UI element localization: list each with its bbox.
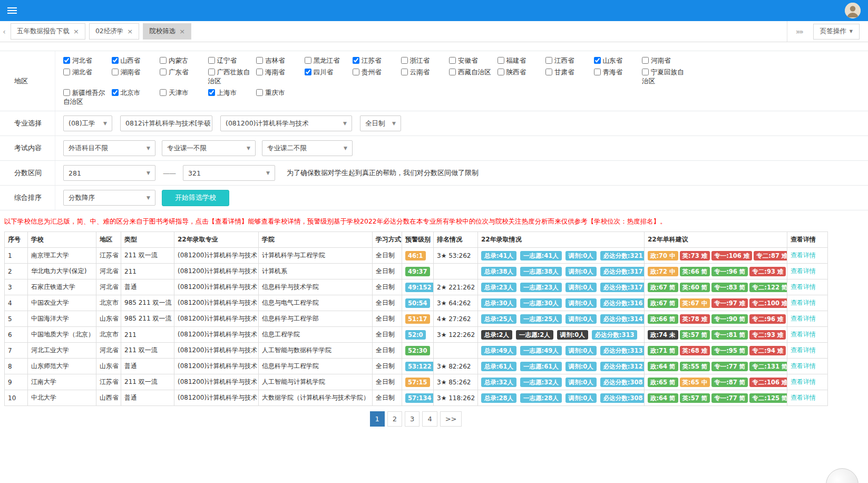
region-checkbox-item[interactable]: 吉林省 — [256, 56, 305, 65]
region-checkbox-item[interactable]: 黑龙江省 — [305, 56, 353, 65]
region-checkbox[interactable] — [401, 69, 408, 75]
region-checkbox-item[interactable]: 宁夏回族自治区 — [642, 67, 690, 85]
tab[interactable]: 院校筛选× — [143, 23, 191, 40]
score-max-select[interactable]: 321▼ — [183, 165, 275, 181]
region-checkbox[interactable] — [594, 69, 601, 75]
region-checkbox-item[interactable]: 四川省 — [305, 67, 353, 76]
region-checkbox[interactable] — [112, 57, 119, 64]
region-checkbox-item[interactable]: 辽宁省 — [208, 56, 257, 65]
region-checkbox[interactable] — [256, 89, 263, 96]
region-checkbox-item[interactable]: 湖北省 — [63, 67, 112, 76]
region-checkbox-item[interactable]: 陕西省 — [498, 67, 546, 76]
user-avatar[interactable] — [845, 3, 861, 18]
region-checkbox-item[interactable]: 西藏自治区 — [449, 67, 498, 76]
region-checkbox[interactable] — [545, 69, 552, 75]
region-checkbox-item[interactable]: 云南省 — [401, 67, 450, 76]
view-detail-link[interactable]: 查看详情 — [791, 299, 816, 306]
region-checkbox[interactable] — [112, 69, 119, 75]
region-checkbox-item[interactable]: 福建省 — [498, 56, 546, 65]
region-checkbox[interactable] — [449, 57, 456, 64]
tab[interactable]: 五年数据报告下载× — [11, 23, 85, 40]
region-checkbox-item[interactable]: 广西壮族自治区 — [208, 67, 257, 85]
view-detail-link[interactable]: 查看详情 — [791, 378, 816, 385]
region-checkbox[interactable] — [63, 57, 70, 64]
region-checkbox[interactable] — [353, 69, 359, 75]
major-select-1[interactable]: (08)工学▼ — [63, 115, 112, 131]
view-detail-link[interactable]: 查看详情 — [791, 315, 816, 322]
region-checkbox-item[interactable]: 湖南省 — [112, 67, 160, 76]
region-checkbox[interactable] — [256, 57, 263, 64]
page-next-button[interactable]: >> — [440, 411, 462, 427]
region-checkbox-item[interactable]: 海南省 — [256, 67, 305, 76]
region-checkbox-item[interactable]: 天津市 — [160, 88, 208, 97]
region-checkbox-item[interactable]: 贵州省 — [353, 67, 401, 76]
region-checkbox-item[interactable]: 浙江省 — [401, 56, 450, 65]
region-checkbox[interactable] — [160, 69, 167, 75]
region-checkbox[interactable] — [305, 57, 311, 64]
view-detail-link[interactable]: 查看详情 — [791, 331, 816, 338]
view-detail-link[interactable]: 查看详情 — [791, 394, 816, 401]
exam-select-2[interactable]: 专业课一不限▼ — [162, 140, 256, 156]
tab-scroll-right-icon[interactable]: »» — [796, 27, 803, 36]
floating-assistant-widget[interactable] — [826, 468, 859, 483]
region-checkbox[interactable] — [545, 57, 552, 64]
region-checkbox[interactable] — [160, 89, 167, 96]
sort-select[interactable]: 分数降序▼ — [63, 190, 155, 206]
region-checkbox[interactable] — [449, 69, 456, 75]
page-button[interactable]: 3 — [405, 411, 420, 427]
tab-close-icon[interactable]: × — [179, 28, 185, 35]
region-checkbox-item[interactable]: 河南省 — [642, 56, 690, 65]
region-checkbox-item[interactable]: 新疆维吾尔自治区 — [63, 88, 112, 106]
page-button[interactable]: 2 — [387, 411, 402, 427]
major-select-4[interactable]: 全日制▼ — [360, 115, 401, 131]
region-checkbox[interactable] — [160, 57, 167, 64]
view-detail-link[interactable]: 查看详情 — [791, 283, 816, 291]
region-checkbox[interactable] — [642, 57, 649, 64]
exam-select-3[interactable]: 专业课二不限▼ — [262, 140, 353, 156]
major-select-2[interactable]: 0812计算机科学与技术[学硕▼ — [120, 115, 212, 131]
region-checkbox[interactable] — [594, 57, 601, 64]
page-button[interactable]: 1 — [370, 411, 385, 427]
region-checkbox-item[interactable]: 上海市 — [208, 88, 257, 97]
score-min-select[interactable]: 281▼ — [63, 165, 155, 181]
start-filter-schools-button[interactable]: 开始筛选学校 — [162, 190, 229, 206]
region-checkbox[interactable] — [401, 57, 408, 64]
region-checkbox-item[interactable]: 广东省 — [160, 67, 208, 76]
region-checkbox[interactable] — [208, 57, 215, 64]
region-checkbox-item[interactable]: 河北省 — [63, 56, 112, 65]
region-checkbox[interactable] — [256, 69, 263, 75]
region-checkbox-item[interactable]: 内蒙古 — [160, 56, 208, 65]
view-detail-link[interactable]: 查看详情 — [791, 362, 816, 370]
hamburger-menu-icon[interactable] — [7, 7, 17, 14]
region-checkbox[interactable] — [63, 89, 70, 96]
region-checkbox-item[interactable]: 青海省 — [594, 67, 642, 76]
major-select-3[interactable]: (081200)计算机科学与技术▼ — [220, 115, 352, 131]
region-checkbox-item[interactable]: 甘肃省 — [545, 67, 594, 76]
tab-close-icon[interactable]: × — [73, 28, 79, 35]
tab-operations-button[interactable]: 页签操作 ▼ — [813, 24, 860, 40]
region-checkbox-item[interactable]: 北京市 — [112, 88, 160, 97]
view-detail-link[interactable]: 查看详情 — [791, 252, 816, 259]
region-checkbox-item[interactable]: 安徽省 — [449, 56, 498, 65]
page-button[interactable]: 4 — [422, 411, 437, 427]
region-checkbox[interactable] — [112, 89, 119, 96]
tab[interactable]: 02经济学× — [89, 23, 139, 40]
region-checkbox-item[interactable]: 重庆市 — [256, 88, 305, 97]
view-detail-link[interactable]: 查看详情 — [791, 346, 816, 354]
tab-scroll-left-icon[interactable]: ‹ — [0, 21, 8, 42]
region-checkbox[interactable] — [642, 69, 649, 75]
region-checkbox[interactable] — [208, 89, 215, 96]
region-checkbox[interactable] — [63, 69, 70, 75]
region-checkbox[interactable] — [353, 57, 359, 64]
region-checkbox[interactable] — [208, 69, 215, 75]
region-checkbox[interactable] — [498, 69, 504, 75]
view-detail-link[interactable]: 查看详情 — [791, 267, 816, 275]
exam-select-1[interactable]: 外语科目不限▼ — [63, 140, 155, 156]
region-checkbox-item[interactable]: 山西省 — [112, 56, 160, 65]
region-checkbox[interactable] — [305, 69, 311, 75]
region-checkbox-item[interactable]: 江西省 — [545, 56, 594, 65]
region-checkbox-item[interactable]: 山东省 — [594, 56, 642, 65]
region-checkbox-item[interactable]: 江苏省 — [353, 56, 401, 65]
region-checkbox[interactable] — [498, 57, 504, 64]
tab-close-icon[interactable]: × — [127, 28, 133, 35]
